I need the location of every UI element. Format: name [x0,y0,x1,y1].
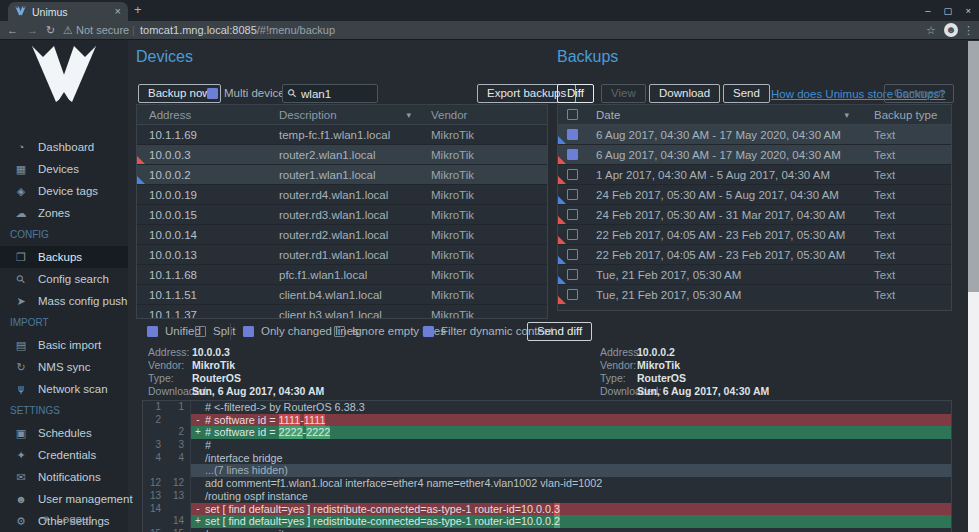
diff-line-number-old: 15 [143,528,167,532]
left-address: 10.0.0.3 [192,346,230,359]
page-scrollbar-thumb[interactable] [968,41,979,292]
diff-line-content: -set [ find default=yes ] redistribute-c… [191,503,951,516]
browser-menu-icon[interactable]: ⋮ [963,22,974,39]
diff-text: # [205,439,211,452]
multi-device-diff-checkbox[interactable] [207,88,218,99]
column-header-date[interactable]: Date▾ [596,109,859,121]
url-bar[interactable]: tomcat1.mng.local:8085/#!menu/backup [140,22,335,39]
new-tab-button[interactable]: + [134,2,142,17]
page-scrollbar-track[interactable] [968,41,979,532]
profile-avatar[interactable]: ☻ [944,23,958,37]
diff-sign: + [191,426,205,439]
sidebar-item-devices[interactable]: ▦Devices [0,158,128,180]
view-button[interactable]: View [601,84,646,103]
search-input[interactable] [301,88,361,100]
back-icon[interactable]: ← [7,22,18,39]
diff-button[interactable]: Diff [557,84,594,103]
diff-option-checkbox[interactable] [147,326,158,337]
sidebar-item-device-tags[interactable]: ◈Device tags [0,180,128,202]
sidebar-item-backups[interactable]: ❐Backups [0,246,128,268]
sidebar-item-nms-sync[interactable]: ↻NMS sync [0,356,128,378]
diff-option-unified[interactable]: Unified [147,325,201,337]
backup-row[interactable]: Tue, 21 Feb 2017, 05:30 AMText [558,264,951,284]
device-row[interactable]: 10.1.1.69temp-fc.f1.wlan1.localMikroTik [137,125,547,144]
sidebar-item-mass-config-push[interactable]: ➤Mass config push [0,290,128,312]
reload-icon[interactable]: ↻ [46,22,55,39]
backup-checkbox[interactable] [567,229,578,240]
type-label: Type: [600,372,637,385]
sidebar-item-network-scan[interactable]: ⋔Network scan [0,378,128,400]
send-button[interactable]: Send [723,84,770,103]
device-description: router.rd4.wlan1.local [279,189,427,201]
backup-checkbox[interactable] [567,249,578,260]
network-tree-icon: ⋔ [14,383,28,396]
bookmark-star-icon[interactable]: ☆ [926,22,936,39]
cloud-icon: ☁ [14,207,28,220]
device-vendor: MikroTik [427,309,547,319]
backup-row[interactable]: 6 Aug 2017, 04:30 AM - 17 May 2020, 04:3… [558,144,951,164]
device-row[interactable]: 10.1.1.51client.b4.wlan1.localMikroTik [137,284,547,304]
backup-type: Text [859,149,951,161]
backup-row[interactable]: Tue, 21 Feb 2017, 05:30 AMText [558,284,951,304]
dashboard-icon: ◔ [14,141,28,153]
diff-option-checkbox[interactable] [334,326,345,337]
column-header-description[interactable]: Description▾ [279,109,427,121]
column-header-backup-type[interactable]: Backup type [859,109,951,121]
comment-button[interactable]: Comment [884,84,954,103]
browser-tab[interactable]: Unimus × [8,2,128,21]
security-label[interactable]: Not secure [76,22,129,39]
device-row[interactable]: 10.0.0.13router.rd1.wlan1.localMikroTik [137,244,547,264]
backup-checkbox[interactable] [567,269,578,280]
column-header-address[interactable]: Address [137,109,279,121]
backup-checkbox[interactable] [567,169,578,180]
device-row[interactable]: 10.0.0.19router.rd4.wlan1.localMikroTik [137,184,547,204]
sidebar-item-credentials[interactable]: ✦Credentials [0,444,128,466]
device-row[interactable]: 10.1.1.37client.b3.wlan1.localMikroTik [137,304,547,318]
device-row[interactable]: 10.1.1.68pfc.f1.wlan1.localMikroTik [137,264,547,284]
backup-row[interactable]: 24 Feb 2017, 05:30 AM - 5 Aug 2017, 04:3… [558,184,951,204]
device-row[interactable]: 10.0.0.14router.rd2.wlan1.localMikroTik [137,224,547,244]
sidebar-item-user-management[interactable]: ☻User management [0,488,128,510]
backup-checkbox[interactable] [567,149,578,160]
download-button[interactable]: Download [649,84,720,103]
devices-table-header: Address Description▾ Vendor [137,105,547,125]
sidebar-item-notifications[interactable]: ✉Notifications [0,466,128,488]
sidebar-item-label: User management [38,493,133,505]
sidebar-item-config-search[interactable]: ⚲Config search [0,268,128,290]
diff-line-content: /routing ospf instance [191,490,951,503]
sidebar-item-dashboard[interactable]: ◔Dashboard [0,136,128,158]
diff-line-content: # <-filtered-> by RouterOS 6.38.3 [191,401,951,414]
device-address: 10.0.0.14 [137,229,279,241]
diff-line: 1212add comment=f1.wlan1.local interface… [143,477,951,490]
forward-icon[interactable]: → [27,22,38,39]
device-row[interactable]: 10.0.0.2router1.wlan1.localMikroTik [137,164,547,184]
sidebar-item-label: Backups [38,251,82,263]
backup-date: 22 Feb 2017, 04:05 AM - 23 Feb 2017, 05:… [596,229,859,241]
diff-option-filter-dynamic-content[interactable]: Filter dynamic content [423,325,554,337]
tab-close-icon[interactable]: × [115,6,121,17]
backup-row[interactable]: 22 Feb 2017, 04:05 AM - 23 Feb 2017, 05:… [558,224,951,244]
diff-option-checkbox[interactable] [423,326,434,337]
backup-row[interactable]: 1 Apr 2017, 04:30 AM - 5 Aug 2017, 04:30… [558,164,951,184]
backup-row[interactable]: 24 Feb 2017, 05:30 AM - 31 Mar 2017, 04:… [558,204,951,224]
close-icon[interactable]: × [965,5,971,16]
diff-option-checkbox[interactable] [195,326,206,337]
minimize-icon[interactable]: – [925,5,930,16]
diff-option-checkbox[interactable] [243,326,254,337]
logout-button[interactable]: ⇥ Logout [0,512,128,525]
column-header-vendor[interactable]: Vendor [427,109,547,121]
sidebar-item-zones[interactable]: ☁Zones [0,202,128,224]
backup-checkbox[interactable] [567,129,578,140]
device-vendor: MikroTik [427,289,547,301]
device-row[interactable]: 10.0.0.3router2.wlan1.localMikroTik [137,144,547,164]
device-row[interactable]: 10.0.0.15router.rd3.wlan1.localMikroTik [137,204,547,224]
backup-checkbox[interactable] [567,209,578,220]
backup-row[interactable]: 22 Feb 2017, 04:05 AM - 23 Feb 2017, 05:… [558,244,951,264]
select-all-checkbox[interactable] [567,109,578,120]
backup-row[interactable]: 6 Aug 2017, 04:30 AM - 17 May 2020, 04:3… [558,125,951,144]
sidebar-item-schedules[interactable]: ▣Schedules [0,422,128,444]
restore-icon[interactable]: ▢ [943,5,952,16]
backup-checkbox[interactable] [567,189,578,200]
backup-checkbox[interactable] [567,289,578,300]
device-vendor: MikroTik [427,229,547,241]
